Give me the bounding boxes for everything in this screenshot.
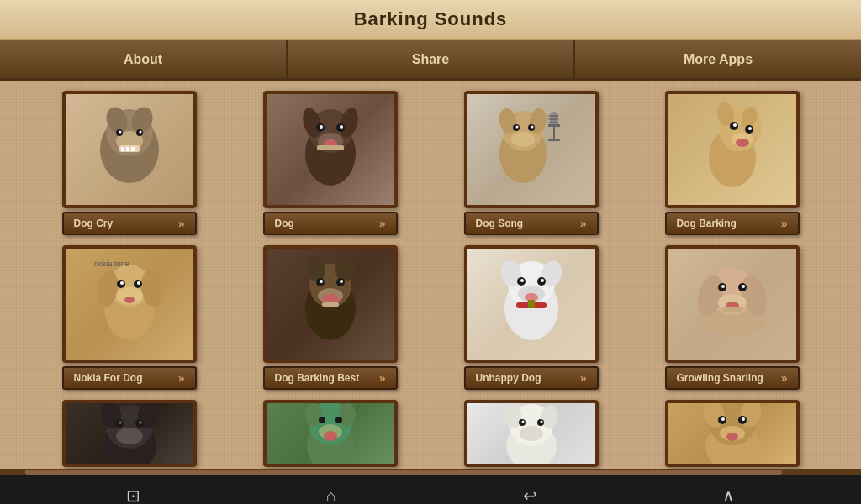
svg-point-111 bbox=[324, 431, 337, 441]
dog-image-11 bbox=[467, 403, 595, 464]
svg-point-114 bbox=[504, 405, 521, 428]
share-button[interactable]: Share bbox=[288, 40, 575, 78]
sound-label-3[interactable]: Dog Song» bbox=[464, 212, 599, 235]
scrollbar-track[interactable] bbox=[0, 469, 861, 475]
sound-image-frame-12 bbox=[665, 400, 800, 467]
sound-image-frame-1 bbox=[62, 91, 197, 208]
svg-point-80 bbox=[541, 279, 544, 282]
svg-point-99 bbox=[116, 428, 143, 444]
more-apps-button[interactable]: More Apps bbox=[575, 40, 861, 78]
svg-point-103 bbox=[139, 421, 142, 424]
sound-item-7[interactable]: Unhappy Dog» bbox=[436, 245, 626, 390]
play-arrow-icon: » bbox=[580, 217, 587, 230]
sound-item-5[interactable]: nokia tone Nokia For Dog» bbox=[34, 245, 224, 390]
dog-image-4 bbox=[668, 94, 796, 205]
play-arrow-icon: » bbox=[580, 371, 587, 385]
svg-rect-23 bbox=[317, 145, 344, 150]
svg-point-115 bbox=[541, 405, 558, 428]
sound-image-frame-10 bbox=[263, 400, 398, 467]
svg-point-129 bbox=[742, 417, 745, 421]
play-arrow-icon: » bbox=[178, 371, 185, 385]
svg-point-119 bbox=[521, 421, 524, 423]
sound-item-8[interactable]: Growling Snarling» bbox=[637, 245, 827, 390]
dog-image-6 bbox=[267, 249, 394, 360]
sound-item-11[interactable] bbox=[436, 400, 626, 467]
sound-item-3[interactable]: Dog Song» bbox=[436, 91, 626, 235]
sound-item-4[interactable]: Dog Barking» bbox=[637, 91, 827, 235]
sound-item-6[interactable]: Dog Barking Best» bbox=[235, 245, 425, 390]
svg-text:nokia tone: nokia tone bbox=[94, 260, 129, 268]
sound-image-frame-5: nokia tone bbox=[62, 245, 197, 363]
svg-point-79 bbox=[520, 279, 524, 282]
svg-rect-94 bbox=[722, 307, 742, 312]
sound-item-2[interactable]: Dog» bbox=[235, 91, 425, 235]
svg-point-109 bbox=[319, 417, 325, 423]
sound-item-10[interactable] bbox=[235, 400, 425, 467]
svg-point-91 bbox=[721, 285, 725, 288]
svg-point-120 bbox=[540, 421, 542, 423]
up-icon: ∧ bbox=[722, 486, 735, 504]
about-button[interactable]: About bbox=[0, 40, 288, 78]
svg-point-116 bbox=[520, 426, 543, 441]
content-area: Dog Cry» Dog» bbox=[0, 81, 861, 469]
svg-rect-71 bbox=[322, 302, 339, 307]
home-icon: ⌂ bbox=[326, 486, 336, 505]
svg-point-110 bbox=[335, 417, 342, 423]
android-navigation-bar: ⊡ ⌂ ↩ ∧ bbox=[0, 475, 861, 504]
sound-label-5[interactable]: Nokia For Dog» bbox=[62, 366, 197, 390]
svg-point-69 bbox=[340, 280, 343, 283]
dog-image-10 bbox=[267, 403, 394, 464]
svg-point-32 bbox=[531, 126, 533, 129]
play-arrow-icon: » bbox=[379, 371, 386, 385]
sound-image-frame-3 bbox=[464, 91, 599, 208]
svg-point-57 bbox=[120, 281, 124, 285]
svg-point-107 bbox=[339, 403, 356, 427]
sound-label-6[interactable]: Dog Barking Best» bbox=[263, 366, 398, 390]
sound-item-1[interactable]: Dog Cry» bbox=[34, 91, 224, 235]
svg-point-106 bbox=[305, 403, 322, 427]
svg-point-28 bbox=[511, 132, 535, 147]
recent-apps-button[interactable]: ⊡ bbox=[116, 479, 150, 504]
home-button[interactable]: ⌂ bbox=[314, 479, 348, 504]
dog-image-1 bbox=[66, 94, 193, 205]
sound-image-frame-6 bbox=[263, 245, 398, 363]
app-header: Barking Sounds bbox=[0, 0, 861, 40]
svg-rect-83 bbox=[528, 300, 535, 308]
back-icon: ↩ bbox=[523, 486, 537, 504]
svg-point-20 bbox=[320, 125, 323, 129]
sound-item-12[interactable] bbox=[637, 400, 827, 467]
svg-point-47 bbox=[733, 123, 737, 127]
play-arrow-icon: » bbox=[781, 371, 788, 385]
play-arrow-icon: » bbox=[178, 217, 185, 230]
svg-point-58 bbox=[137, 281, 140, 285]
app-title: Barking Sounds bbox=[354, 8, 508, 30]
svg-point-11 bbox=[119, 131, 121, 134]
sound-image-frame-9 bbox=[62, 400, 197, 467]
dog-image-7 bbox=[467, 249, 595, 360]
sounds-grid: Dog Cry» Dog» bbox=[34, 91, 827, 467]
svg-point-48 bbox=[748, 127, 752, 130]
scrollbar-thumb[interactable] bbox=[25, 470, 782, 475]
dog-image-12 bbox=[668, 403, 796, 464]
dog-image-8 bbox=[668, 249, 796, 360]
sound-label-1[interactable]: Dog Cry» bbox=[62, 212, 197, 235]
play-arrow-icon: » bbox=[379, 217, 386, 230]
dog-image-3 bbox=[467, 94, 595, 205]
sound-label-4[interactable]: Dog Barking» bbox=[665, 212, 800, 235]
sound-label-7[interactable]: Unhappy Dog» bbox=[464, 366, 599, 390]
sound-label-8[interactable]: Growling Snarling» bbox=[665, 366, 800, 390]
svg-rect-8 bbox=[131, 147, 135, 151]
back-button[interactable]: ↩ bbox=[513, 479, 547, 504]
dog-image-5: nokia tone bbox=[66, 249, 193, 360]
svg-rect-34 bbox=[548, 124, 560, 127]
sound-item-9[interactable] bbox=[34, 400, 224, 467]
svg-point-92 bbox=[742, 285, 745, 288]
sound-label-2[interactable]: Dog» bbox=[263, 212, 398, 235]
svg-point-102 bbox=[119, 421, 122, 424]
svg-point-130 bbox=[726, 433, 738, 441]
sound-image-frame-7 bbox=[464, 245, 599, 363]
svg-point-21 bbox=[340, 125, 343, 129]
svg-rect-7 bbox=[126, 147, 129, 151]
up-button[interactable]: ∧ bbox=[711, 479, 745, 504]
svg-rect-6 bbox=[121, 147, 124, 151]
